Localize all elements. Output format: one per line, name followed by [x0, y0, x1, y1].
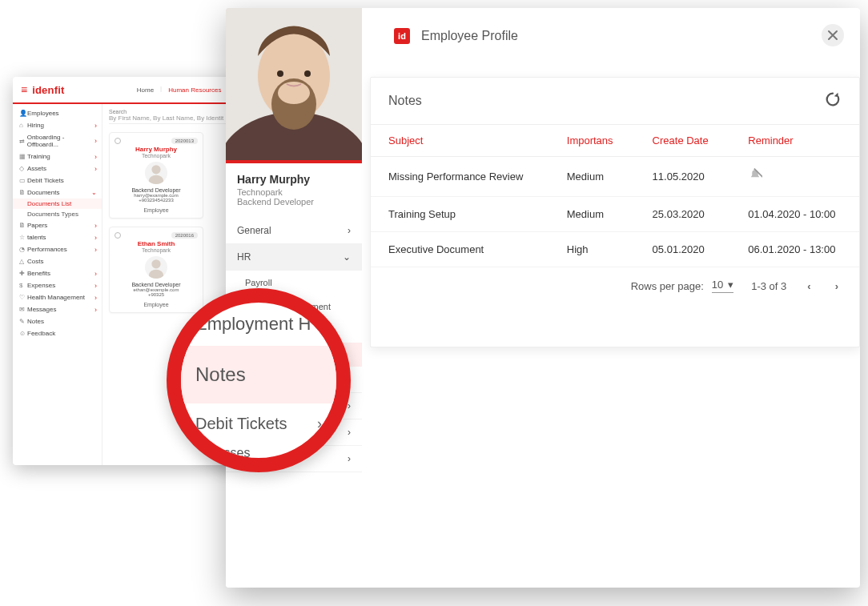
sidebar-sub-documents-types[interactable]: Documents Types — [13, 209, 102, 219]
pagination: Rows per page: 10 ▾ 1-3 of 3 ‹ › — [371, 267, 859, 304]
nav-general[interactable]: General› — [226, 218, 362, 244]
next-page-button[interactable]: › — [832, 280, 842, 292]
cell-reminder: 01.04.2020 - 10:00 — [730, 197, 859, 232]
refresh-button[interactable] — [824, 90, 842, 111]
close-button[interactable] — [822, 24, 844, 46]
employee-org: Technopark — [115, 153, 198, 159]
notes-title: Notes — [388, 94, 422, 108]
profile-role: Backend Developer — [226, 197, 362, 207]
employee-org: Technopark — [115, 247, 198, 253]
table-row[interactable]: Executive Document High 05.01.2020 06.01… — [371, 232, 859, 267]
tab-home[interactable]: Home — [134, 85, 157, 95]
svg-point-8 — [278, 82, 310, 104]
employee-name: Harry Murphy — [115, 146, 198, 153]
dropdown-icon: ▾ — [728, 279, 733, 291]
cell-subject: Executive Document — [371, 232, 549, 267]
sidebar-item-training[interactable]: ▦Training — [13, 150, 102, 163]
sidebar-item-benefits[interactable]: ✚Benefits — [13, 267, 102, 279]
notes-table: Subject Importans Create Date Reminder M… — [371, 124, 859, 267]
employee-id-badge: 2020016 — [171, 232, 198, 239]
prev-page-button[interactable]: ‹ — [804, 280, 814, 292]
chevron-right-icon: › — [317, 415, 322, 432]
cell-importance: High — [549, 232, 635, 267]
employee-card[interactable]: 2020016 Ethan Smith Technopark Backend D… — [109, 227, 203, 313]
mag-debit: Debit Tickets› — [181, 403, 336, 444]
col-reminder[interactable]: Reminder — [730, 125, 859, 157]
employee-tag: Employee — [115, 207, 198, 213]
sidebar-item-assets[interactable]: ◇Assets — [13, 163, 102, 175]
rows-per-page-select[interactable]: 10 ▾ — [712, 279, 733, 293]
col-create[interactable]: Create Date — [635, 125, 731, 157]
select-radio[interactable] — [115, 138, 121, 144]
sidebar-item-debit[interactable]: ▭Debit Tickets — [13, 175, 102, 187]
bell-off-icon — [748, 168, 762, 183]
sidebar-item-notes[interactable]: ✎Notes — [13, 315, 102, 327]
avatar — [145, 256, 167, 279]
sidebar-item-messages[interactable]: ✉Messages — [13, 303, 102, 315]
profile-photo — [226, 8, 362, 160]
employee-tag: Employee — [115, 302, 198, 307]
cell-create: 11.05.2020 — [635, 157, 731, 197]
employee-role: Backend Developer — [115, 187, 198, 193]
employee-id-badge: 2020013 — [171, 138, 198, 144]
tab-hr[interactable]: Human Resources — [165, 85, 224, 95]
app-header: ≡ idenfit Home | Human Resources | Time — [13, 77, 261, 104]
sidebar: 👤Employees ⌂Hiring ⇄Onboarding - Offboar… — [13, 104, 102, 465]
employee-profile-window: id Employee Profile Harry Murphy Technop… — [226, 8, 860, 588]
cell-importance: Medium — [549, 197, 635, 232]
employee-card[interactable]: 2020013 Harry Murphy Technopark Backend … — [109, 132, 203, 219]
chevron-right-icon: › — [348, 427, 351, 438]
brand-logo: idenfit — [32, 84, 64, 96]
sidebar-item-costs[interactable]: △Costs — [13, 255, 102, 267]
cell-importance: Medium — [549, 157, 635, 197]
sidebar-item-health[interactable]: ♡Health Management — [13, 291, 102, 303]
employee-phone: +90325 — [115, 292, 198, 297]
nav-hr[interactable]: HR⌄ — [226, 244, 362, 271]
employee-role: Backend Developer — [115, 282, 198, 287]
sidebar-item-talents[interactable]: ☆talents — [13, 231, 102, 243]
sidebar-item-performances[interactable]: ◔Performances — [13, 243, 102, 255]
close-icon — [827, 30, 838, 41]
menu-icon[interactable]: ≡ — [21, 83, 27, 96]
svg-point-2 — [151, 259, 160, 268]
chevron-right-icon: › — [348, 225, 351, 236]
cell-create: 25.03.2020 — [635, 197, 731, 232]
select-radio[interactable] — [115, 232, 121, 239]
chevron-down-icon: ⌄ — [343, 251, 351, 263]
avatar — [145, 162, 167, 184]
cell-create: 05.01.2020 — [635, 232, 731, 267]
magnifier-highlight: Employment H Notes Debit Tickets› Access… — [167, 288, 351, 472]
profile-name: Harry Murphy — [226, 163, 362, 187]
employee-phone: +903234542233 — [115, 198, 198, 203]
svg-point-1 — [149, 175, 163, 184]
cell-reminder — [730, 157, 859, 197]
table-header-row: Subject Importans Create Date Reminder — [371, 125, 859, 157]
refresh-icon — [824, 90, 842, 108]
chevron-right-icon: › — [348, 453, 351, 464]
mag-employment: Employment H — [181, 303, 336, 346]
table-row[interactable]: Training Setup Medium 25.03.2020 01.04.2… — [371, 197, 859, 232]
sidebar-item-onboarding[interactable]: ⇄Onboarding - Offboardi... — [13, 131, 102, 150]
svg-point-0 — [151, 165, 160, 174]
svg-point-10 — [304, 70, 311, 77]
sidebar-item-employees[interactable]: 👤Employees — [13, 107, 102, 119]
sidebar-item-hiring[interactable]: ⌂Hiring — [13, 119, 102, 131]
sidebar-item-expenses[interactable]: $Expenses — [13, 279, 102, 291]
col-importance[interactable]: Importans — [549, 125, 635, 157]
sidebar-sub-documents-list[interactable]: Documents List — [13, 199, 102, 209]
window-title: Employee Profile — [421, 29, 518, 43]
col-subject[interactable]: Subject — [371, 125, 549, 157]
rows-per-page-label: Rows per page: — [631, 280, 704, 292]
svg-point-3 — [149, 270, 163, 279]
profile-org: Technopark — [226, 187, 362, 197]
employee-name: Ethan Smith — [115, 240, 198, 247]
notes-panel: Notes Subject Importans Create Date Remi… — [370, 77, 860, 347]
sidebar-item-feedback[interactable]: ☺Feedback — [13, 327, 102, 339]
cell-subject: Missing Performance Review — [371, 157, 549, 197]
table-row[interactable]: Missing Performance Review Medium 11.05.… — [371, 157, 859, 197]
mag-notes: Notes — [181, 346, 336, 403]
page-range: 1-3 of 3 — [751, 280, 786, 292]
sidebar-item-documents[interactable]: 🗎Documents — [13, 187, 102, 199]
svg-point-9 — [277, 70, 283, 77]
sidebar-item-papers[interactable]: 🗎Papers — [13, 219, 102, 231]
